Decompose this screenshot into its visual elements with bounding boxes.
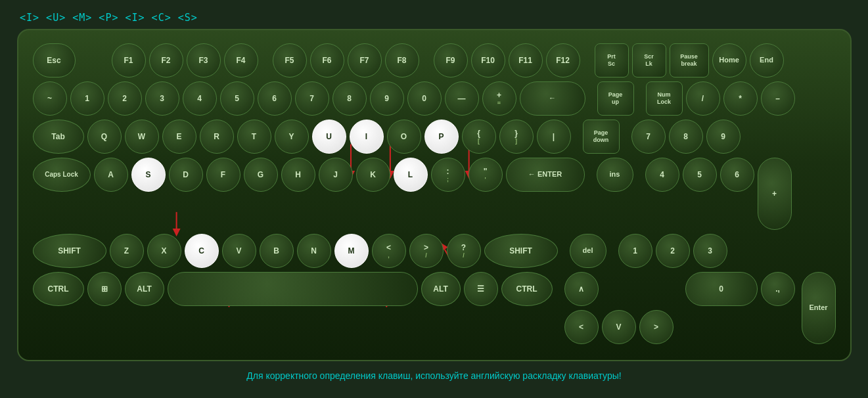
key-c[interactable]: C [185,234,219,268]
key-ctrl-right[interactable]: CTRL [501,272,553,306]
key-menu[interactable]: ☰ [464,272,498,306]
key-numpad-dot[interactable]: ., [761,272,795,306]
key-numpad-minus[interactable]: – [761,81,795,116]
key-f5[interactable]: F5 [273,43,307,77]
key-alt-right[interactable]: ALT [421,272,461,306]
key-l[interactable]: L [394,158,428,192]
key-f6[interactable]: F6 [310,43,344,77]
key-f1[interactable]: F1 [112,43,146,77]
key-f10[interactable]: F10 [471,43,505,77]
key-win[interactable]: ⊞ [87,272,122,306]
key-arrow-right[interactable]: > [639,310,674,344]
key-s[interactable]: S [131,158,166,192]
key-numpad-2[interactable]: 2 [656,234,690,268]
key-v[interactable]: V [222,234,256,268]
key-enter[interactable]: ← ENTER [506,158,585,192]
key-numpad-1[interactable]: 1 [618,234,652,268]
key-i[interactable]: I [350,120,384,154]
key-z[interactable]: Z [110,234,144,268]
key-numpad-8[interactable]: 8 [669,120,703,154]
key-numpad-9[interactable]: 9 [706,120,741,154]
key-9[interactable]: 9 [370,81,404,116]
key-5[interactable]: 5 [220,81,254,116]
key-7[interactable]: 7 [295,81,329,116]
key-numpad-plus[interactable]: + [758,158,792,230]
key-ctrl-left[interactable]: CTRL [33,272,84,306]
key-f8[interactable]: F8 [385,43,419,77]
key-t[interactable]: T [237,120,271,154]
key-numpad-0[interactable]: 0 [685,272,758,306]
key-f9[interactable]: F9 [434,43,468,77]
key-numpad-slash[interactable]: / [686,81,720,116]
key-j[interactable]: J [319,158,353,192]
key-r[interactable]: R [200,120,234,154]
key-ins[interactable]: ins [597,158,633,192]
key-u[interactable]: U [312,120,346,154]
key-pagedown[interactable]: Pagedown [583,120,620,154]
key-numpad-6[interactable]: 6 [720,158,754,192]
key-3[interactable]: 3 [145,81,179,116]
key-prtsc[interactable]: PrtSc [595,43,629,77]
key-numlock[interactable]: NumLock [646,81,683,116]
key-k[interactable]: K [356,158,390,192]
key-6[interactable]: 6 [258,81,292,116]
key-period[interactable]: >/ [409,234,444,268]
key-q[interactable]: Q [87,120,122,154]
key-numpad-enter[interactable]: Enter [802,272,836,344]
key-del[interactable]: del [570,234,606,268]
key-scrlk[interactable]: ScrLk [632,43,666,77]
key-f7[interactable]: F7 [348,43,382,77]
key-arrow-up[interactable]: ∧ [564,272,599,306]
key-1[interactable]: 1 [70,81,104,116]
key-numpad-4[interactable]: 4 [645,158,679,192]
key-2[interactable]: 2 [108,81,142,116]
key-pause[interactable]: Pausebreak [670,43,709,77]
key-d[interactable]: D [169,158,203,192]
key-4[interactable]: 4 [183,81,217,116]
key-a[interactable]: A [94,158,128,192]
key-comma[interactable]: <, [372,234,406,268]
key-shift-right[interactable]: SHIFT [484,234,558,268]
key-slash[interactable]: ?/ [447,234,481,268]
key-f4[interactable]: F4 [224,43,258,77]
key-tab[interactable]: Tab [33,120,84,154]
key-x[interactable]: X [147,234,181,268]
key-g[interactable]: G [244,158,278,192]
key-quote[interactable]: "' [468,158,503,192]
key-end[interactable]: End [750,43,784,77]
key-arrow-left[interactable]: < [564,310,599,344]
key-numpad-7[interactable]: 7 [631,120,666,154]
key-pageup[interactable]: Pageup [597,81,634,116]
key-numpad-5[interactable]: 5 [683,158,717,192]
key-numpad-3[interactable]: 3 [693,234,727,268]
key-b[interactable]: B [260,234,294,268]
key-esc[interactable]: Esc [33,43,76,77]
key-space[interactable] [168,272,418,306]
key-y[interactable]: Y [275,120,309,154]
key-h[interactable]: H [281,158,315,192]
key-capslock[interactable]: Caps Lock [33,158,91,192]
key-home[interactable]: Home [712,43,746,77]
key-semicolon[interactable]: :; [431,158,465,192]
key-arrow-down[interactable]: V [602,310,636,344]
key-p[interactable]: P [424,120,459,154]
key-w[interactable]: W [125,120,159,154]
key-shift-left[interactable]: SHIFT [33,234,106,268]
key-tilde[interactable]: ~ [33,81,67,116]
key-minus[interactable]: — [445,81,479,116]
key-f[interactable]: F [206,158,240,192]
key-0[interactable]: 0 [407,81,442,116]
key-f3[interactable]: F3 [187,43,221,77]
key-e[interactable]: E [162,120,196,154]
key-f2[interactable]: F2 [149,43,183,77]
key-rbracket[interactable]: }] [499,120,534,154]
key-plus[interactable]: += [482,81,516,116]
key-o[interactable]: O [387,120,421,154]
key-8[interactable]: 8 [332,81,367,116]
key-m[interactable]: M [334,234,369,268]
key-backspace[interactable]: ← [520,81,585,116]
key-alt-left[interactable]: ALT [125,272,164,306]
key-lbracket[interactable]: {[ [462,120,496,154]
key-backslash[interactable]: | [537,120,571,154]
key-n[interactable]: N [297,234,331,268]
